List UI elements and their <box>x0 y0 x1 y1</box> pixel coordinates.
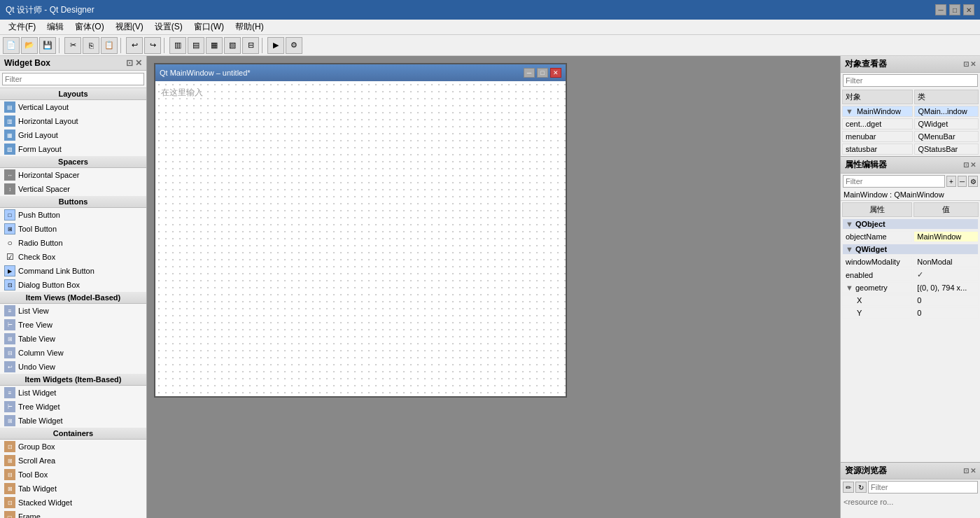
widget-group-box[interactable]: ⊡ Group Box <box>0 440 146 454</box>
widget-undo-view[interactable]: ↩ Undo View <box>0 360 146 374</box>
qobject-expand-icon[interactable]: ▼ <box>846 220 853 228</box>
prop-value-x[interactable]: 0 <box>913 295 979 306</box>
widget-push-button[interactable]: □ Push Button <box>0 208 146 222</box>
property-editor-close-icon[interactable]: ✕ <box>970 161 976 169</box>
prop-value-enabled[interactable]: ✓ <box>913 269 979 281</box>
designer-canvas[interactable]: 在这里输入 <box>155 81 566 396</box>
widget-tool-box[interactable]: ⊟ Tool Box <box>0 468 146 482</box>
toolbar-paste[interactable]: 📋 <box>101 37 118 54</box>
resource-browser-close-icon[interactable]: ✕ <box>970 467 976 475</box>
widget-form-layout[interactable]: ▧ Form Layout <box>0 142 146 156</box>
widget-tree-view[interactable]: ⊢ Tree View <box>0 318 146 332</box>
widget-tool-button[interactable]: ⊞ Tool Button <box>0 222 146 236</box>
category-buttons[interactable]: Buttons <box>0 196 146 208</box>
widget-list-view[interactable]: ≡ List View <box>0 304 146 318</box>
geometry-expand-icon[interactable]: ▼ <box>846 284 853 292</box>
widget-box-close-icon[interactable]: ✕ <box>135 58 142 68</box>
obj-class-centralwidget: QWidget <box>914 118 979 130</box>
toolbar-break-layout[interactable]: ⊟ <box>242 37 259 54</box>
widget-frame[interactable]: ▭ Frame <box>0 510 146 518</box>
widget-grid-layout[interactable]: ▦ Grid Layout <box>0 128 146 142</box>
designer-maximize-button[interactable]: □ <box>537 68 548 78</box>
prop-value-y[interactable]: 0 <box>913 307 979 318</box>
object-inspector-filter-input[interactable] <box>843 74 978 87</box>
toolbar-new[interactable]: 📄 <box>3 37 20 54</box>
category-containers[interactable]: Containers <box>0 428 146 440</box>
toolbar-layout-v[interactable]: ▤ <box>188 37 204 54</box>
minimize-button[interactable]: ─ <box>935 4 946 15</box>
category-layouts[interactable]: Layouts <box>0 88 146 100</box>
table-row[interactable]: statusbar QStatusBar <box>842 144 979 155</box>
designer-minimize-button[interactable]: ─ <box>524 68 535 78</box>
toolbar-undo[interactable]: ↩ <box>126 37 143 54</box>
menu-view[interactable]: 视图(V) <box>110 20 149 34</box>
toolbar-copy[interactable]: ⎘ <box>83 37 99 54</box>
prop-value-windowmodality[interactable]: NonModal <box>913 256 979 267</box>
toolbar-cut[interactable]: ✂ <box>64 37 81 54</box>
menu-edit[interactable]: 编辑 <box>41 20 69 34</box>
category-spacers[interactable]: Spacers <box>0 156 146 168</box>
widget-scroll-area[interactable]: ⊞ Scroll Area <box>0 454 146 468</box>
table-row[interactable]: X 0 <box>842 295 979 306</box>
table-row[interactable]: Y 0 <box>842 307 979 318</box>
property-add-button[interactable]: + <box>946 176 956 187</box>
resource-filter-input[interactable] <box>868 481 978 493</box>
widget-check-box[interactable]: ☑ Check Box <box>0 250 146 264</box>
widget-command-link-button[interactable]: ▶ Command Link Button <box>0 264 146 278</box>
object-inspector-close-icon[interactable]: ✕ <box>970 60 976 68</box>
table-row[interactable]: cent...dget QWidget <box>842 118 979 130</box>
resource-refresh-button[interactable]: ↻ <box>855 482 867 493</box>
toolbar-layout-h[interactable]: ▥ <box>169 37 186 54</box>
widget-vertical-spacer[interactable]: ↕ Vertical Spacer <box>0 182 146 196</box>
table-row[interactable]: menubar QMenuBar <box>842 131 979 142</box>
category-item-widgets[interactable]: Item Widgets (Item-Based) <box>0 374 146 386</box>
menu-settings[interactable]: 设置(S) <box>149 20 188 34</box>
toolbar-preview[interactable]: ▶ <box>267 37 284 54</box>
qwidget-expand-icon[interactable]: ▼ <box>846 245 853 253</box>
menu-window[interactable]: 窗口(W) <box>188 20 230 34</box>
table-row[interactable]: objectName MainWindow <box>842 231 979 242</box>
close-button[interactable]: ✕ <box>963 4 974 15</box>
widget-radio-button[interactable]: ○ Radio Button <box>0 236 146 250</box>
table-row[interactable]: windowModality NonModal <box>842 256 979 267</box>
resource-browser-float-icon[interactable]: ⊡ <box>963 467 969 475</box>
toolbar-save[interactable]: 💾 <box>39 37 56 54</box>
widget-table-view[interactable]: ⊞ Table View <box>0 332 146 346</box>
menu-file[interactable]: 文件(F) <box>3 20 41 34</box>
widget-vertical-layout[interactable]: ▤ Vertical Layout <box>0 100 146 114</box>
widget-list-widget[interactable]: ≡ List Widget <box>0 386 146 400</box>
property-settings-button[interactable]: ⚙ <box>968 176 978 187</box>
table-row[interactable]: ▼ geometry [(0, 0), 794 x... <box>842 282 979 293</box>
designer-close-button[interactable]: ✕ <box>550 68 561 78</box>
widget-horizontal-layout[interactable]: ▥ Horizontal Layout <box>0 114 146 128</box>
resource-pencil-button[interactable]: ✏ <box>843 482 854 493</box>
prop-value-objectname[interactable]: MainWindow <box>913 231 979 242</box>
menu-form[interactable]: 窗体(O) <box>69 20 109 34</box>
table-row[interactable]: enabled ✓ <box>842 269 979 281</box>
property-filter-input[interactable] <box>843 175 945 188</box>
category-item-views[interactable]: Item Views (Model-Based) <box>0 292 146 304</box>
toolbar-layout-grid[interactable]: ▦ <box>206 37 223 54</box>
widget-box-filter-input[interactable] <box>2 73 144 85</box>
property-editor-float-icon[interactable]: ⊡ <box>963 161 969 169</box>
widget-column-view[interactable]: ⊟ Column View <box>0 346 146 360</box>
menu-help[interactable]: 帮助(H) <box>230 20 270 34</box>
toolbar-open[interactable]: 📂 <box>21 37 38 54</box>
widget-tree-widget[interactable]: ⊢ Tree Widget <box>0 400 146 414</box>
resource-browser-header-icons: ⊡ ✕ <box>963 467 976 475</box>
widget-stacked-widget[interactable]: ⊡ Stacked Widget <box>0 496 146 510</box>
prop-value-geometry[interactable]: [(0, 0), 794 x... <box>913 282 979 293</box>
table-row[interactable]: ▼ MainWindow QMain...indow <box>842 106 979 117</box>
toolbar-layout-form[interactable]: ▧ <box>224 37 241 54</box>
property-minus-button[interactable]: ─ <box>958 176 967 187</box>
widget-tab-widget[interactable]: ⊠ Tab Widget <box>0 482 146 496</box>
maximize-button[interactable]: □ <box>949 4 960 15</box>
table-view-icon: ⊞ <box>4 333 15 344</box>
toolbar-redo[interactable]: ↪ <box>144 37 161 54</box>
widget-dialog-button-box[interactable]: ⊡ Dialog Button Box <box>0 278 146 292</box>
toolbar-settings[interactable]: ⚙ <box>286 37 302 54</box>
object-inspector-float-icon[interactable]: ⊡ <box>963 60 969 68</box>
widget-horizontal-spacer[interactable]: ↔ Horizontal Spacer <box>0 168 146 182</box>
widget-box-float-icon[interactable]: ⊡ <box>126 58 133 68</box>
widget-table-widget[interactable]: ⊞ Table Widget <box>0 414 146 428</box>
